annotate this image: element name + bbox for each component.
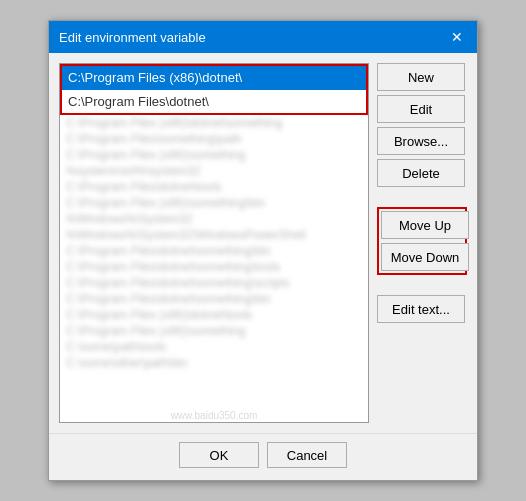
edit-button[interactable]: Edit	[377, 95, 465, 123]
dialog-title: Edit environment variable	[59, 30, 206, 45]
cancel-button[interactable]: Cancel	[267, 442, 347, 468]
list-item[interactable]: %Windows%\System32	[60, 211, 368, 227]
dialog-content: C:\Program Files (x86)\dotnet\ C:\Progra…	[49, 53, 477, 433]
list-item[interactable]: %systemroot%\system32	[60, 163, 368, 179]
list-item[interactable]: C:\Program Files\dotnet\something\bin	[60, 291, 368, 307]
list-item[interactable]: C:\Program Files\dotnet\	[62, 90, 366, 114]
list-box[interactable]: C:\Program Files (x86)\dotnet\ C:\Progra…	[59, 63, 369, 423]
selected-items-group: C:\Program Files (x86)\dotnet\ C:\Progra…	[60, 64, 368, 115]
list-item[interactable]: C:\some\path\tools	[60, 339, 368, 355]
list-item[interactable]: C:\Program Files (x86)\dotnet\tools	[60, 307, 368, 323]
move-buttons-group: Move Up Move Down	[377, 207, 467, 275]
list-container: C:\Program Files (x86)\dotnet\ C:\Progra…	[59, 63, 369, 423]
ok-button[interactable]: OK	[179, 442, 259, 468]
edit-env-variable-dialog: Edit environment variable ✕ C:\Program F…	[48, 20, 478, 481]
browse-button[interactable]: Browse...	[377, 127, 465, 155]
list-item[interactable]: C:\Program Files\dotnet\something\tools	[60, 259, 368, 275]
list-item[interactable]: C:\Program Files (x86)\dotnet\something	[60, 115, 368, 131]
list-item[interactable]: C:\Program Files\something\path	[60, 131, 368, 147]
list-item[interactable]: C:\Program Files\dotnet\something\script…	[60, 275, 368, 291]
list-item[interactable]: C:\Program Files (x86)\something\bin	[60, 195, 368, 211]
list-item[interactable]: C:\some\other\path\bin	[60, 355, 368, 371]
close-button[interactable]: ✕	[447, 27, 467, 47]
list-item[interactable]: C:\Program Files (x86)\something	[60, 147, 368, 163]
buttons-panel: New Edit Browse... Delete Move Up Move D…	[377, 63, 467, 423]
list-item[interactable]: C:\Program Files\dotnet\something\bin	[60, 243, 368, 259]
list-item[interactable]: C:\Program Files\dotnet\tools	[60, 179, 368, 195]
list-item[interactable]: C:\Program Files (x86)\dotnet\	[62, 66, 366, 90]
dialog-footer: OK Cancel	[49, 433, 477, 480]
list-item[interactable]: C:\Program Files (x86)\something	[60, 323, 368, 339]
edit-text-button[interactable]: Edit text...	[377, 295, 465, 323]
delete-button[interactable]: Delete	[377, 159, 465, 187]
move-up-button[interactable]: Move Up	[381, 211, 469, 239]
new-button[interactable]: New	[377, 63, 465, 91]
list-item[interactable]: %Windows%\System32\WindowsPowerShell	[60, 227, 368, 243]
move-down-button[interactable]: Move Down	[381, 243, 469, 271]
title-bar: Edit environment variable ✕	[49, 21, 477, 53]
